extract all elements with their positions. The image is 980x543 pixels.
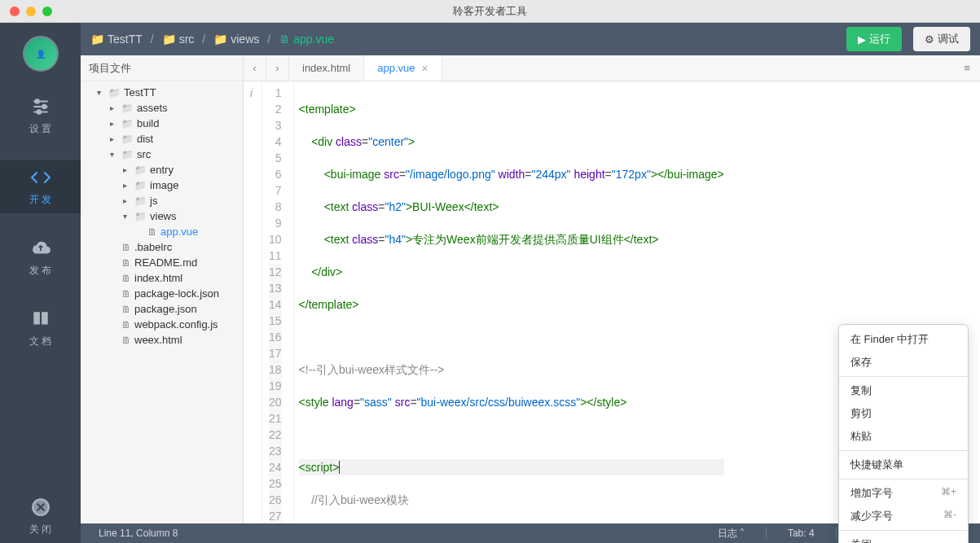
file-icon	[121, 287, 131, 300]
breadcrumb[interactable]: 🗎app.vue	[279, 33, 334, 46]
folder-icon	[108, 86, 121, 99]
separator	[839, 450, 968, 451]
tree-file[interactable]: weex.html	[81, 332, 243, 348]
chevron-icon: ▸	[110, 134, 118, 143]
chevron-icon: ▾	[123, 212, 131, 221]
debug-button[interactable]: ⚙调试	[913, 27, 970, 51]
file-icon	[121, 241, 131, 253]
cm-paste[interactable]: 粘贴	[839, 425, 968, 448]
sidebar-item-close[interactable]: 关 闭	[0, 490, 81, 543]
tree-folder[interactable]: ▸entry	[81, 162, 243, 177]
folder-icon	[134, 179, 147, 191]
gear-icon: ⚙	[925, 33, 934, 46]
context-menu: 在 Finder 中打开 保存 复制 剪切 粘贴 快捷键菜单 增加字号⌘+ 减少…	[838, 324, 969, 543]
tree-folder[interactable]: ▸assets	[81, 100, 243, 116]
tree-item-label: weex.html	[134, 334, 182, 346]
tab-app-vue[interactable]: app.vue×	[364, 55, 442, 81]
sliders-icon	[30, 96, 51, 117]
cm-close[interactable]: 关闭	[839, 533, 968, 543]
file-icon	[147, 226, 157, 238]
tree-folder[interactable]: ▾views	[81, 208, 243, 224]
chevron-icon: ▸	[123, 165, 131, 174]
file-icon	[121, 303, 131, 315]
tab-index-html[interactable]: index.html	[289, 55, 364, 81]
tab-next-button[interactable]: ›	[266, 55, 289, 81]
tree-item-label: index.html	[134, 272, 182, 284]
file-explorer: 项目文件 ▾TestTT▸assets▸build▸dist▾src▸entry…	[81, 55, 244, 523]
svg-point-1	[42, 105, 46, 108]
book-icon	[30, 309, 51, 330]
status-cursor[interactable]: Line 11, Column 8	[90, 528, 186, 539]
sidebar-item-docs[interactable]: 文 档	[0, 302, 81, 355]
code-content[interactable]: <template> <div class="center"> <bui-ima…	[294, 81, 724, 523]
tree-item-label: dist	[137, 133, 153, 145]
breadcrumb[interactable]: 📁views	[213, 33, 259, 46]
cm-open-in-finder[interactable]: 在 Finder 中打开	[839, 328, 968, 351]
tree-item-label: .babelrc	[134, 241, 172, 253]
tree-item-label: README.md	[134, 256, 197, 269]
code-icon	[30, 167, 51, 188]
chevron-icon: ▸	[123, 181, 131, 190]
tree-item-label: views	[150, 210, 177, 222]
tree-folder[interactable]: ▸js	[81, 193, 243, 208]
sidebar-item-settings[interactable]: 设 置	[0, 90, 81, 142]
cm-save[interactable]: 保存	[839, 351, 968, 374]
breadcrumb[interactable]: 📁src	[162, 33, 195, 46]
folder-icon	[121, 117, 134, 129]
file-tree[interactable]: ▾TestTT▸assets▸build▸dist▾src▸entry▸imag…	[81, 81, 243, 523]
tree-file[interactable]: .babelrc	[81, 239, 243, 255]
breadcrumb-sep: /	[267, 33, 270, 46]
cm-decrease-font[interactable]: 减少字号⌘-	[839, 505, 968, 528]
tree-folder[interactable]: ▾src	[81, 147, 243, 162]
tab-prev-button[interactable]: ‹	[244, 55, 266, 81]
window-minimize-button[interactable]	[26, 7, 36, 16]
tree-file[interactable]: package-lock.json	[81, 286, 243, 301]
tree-file[interactable]: index.html	[81, 270, 243, 286]
chevron-icon: ▾	[97, 88, 105, 97]
cm-shortcut-menu[interactable]: 快捷键菜单	[839, 453, 968, 476]
tree-file[interactable]: README.md	[81, 255, 243, 270]
tree-file[interactable]: webpack.config.js	[81, 317, 243, 332]
sidebar-item-label: 设 置	[29, 122, 51, 136]
breadcrumb[interactable]: 📁TestTT	[90, 33, 143, 46]
folder-icon	[121, 102, 134, 114]
tree-item-label: js	[150, 195, 157, 207]
tree-item-label: build	[137, 117, 159, 129]
sidebar-item-publish[interactable]: 发 布	[0, 231, 81, 284]
tab-overflow-button[interactable]: ≡	[954, 55, 980, 81]
power-icon	[30, 497, 51, 518]
tree-folder[interactable]: ▾TestTT	[81, 85, 243, 100]
file-icon	[121, 318, 131, 331]
sidebar-item-label: 文 档	[29, 335, 51, 348]
activity-bar: 👤 设 置 开 发 发 布 文 档 关 闭	[0, 23, 81, 543]
close-icon[interactable]: ×	[422, 62, 428, 75]
tree-file[interactable]: app.vue	[81, 224, 243, 239]
sidebar-item-label: 开 发	[29, 193, 51, 207]
status-tab-size[interactable]: Tab: 4	[780, 528, 823, 539]
gutter-info: i	[244, 81, 262, 523]
cm-increase-font[interactable]: 增加字号⌘+	[839, 482, 968, 505]
cm-copy[interactable]: 复制	[839, 379, 968, 402]
tree-folder[interactable]: ▸build	[81, 116, 243, 131]
folder-icon	[134, 210, 147, 222]
chevron-up-icon: ˄	[740, 528, 745, 539]
status-log[interactable]: 日志 ˄	[710, 527, 753, 541]
avatar[interactable]: 👤	[23, 36, 59, 72]
chevron-icon: ▸	[110, 103, 118, 112]
window-close-button[interactable]	[10, 7, 20, 16]
folder-icon: 📁	[213, 33, 227, 46]
window-titlebar: 聆客开发者工具	[0, 0, 980, 23]
window-zoom-button[interactable]	[42, 7, 52, 16]
sidebar-item-label: 发 布	[29, 264, 51, 278]
tree-item-label: package-lock.json	[134, 287, 219, 300]
tree-folder[interactable]: ▸image	[81, 177, 243, 193]
chevron-icon: ▸	[123, 196, 131, 205]
tree-item-label: TestTT	[124, 86, 156, 99]
folder-icon	[134, 195, 147, 207]
run-button[interactable]: ▶运行	[846, 27, 902, 51]
cm-cut[interactable]: 剪切	[839, 402, 968, 425]
tree-folder[interactable]: ▸dist	[81, 131, 243, 147]
tree-item-label: entry	[150, 164, 174, 176]
tree-file[interactable]: package.json	[81, 301, 243, 317]
sidebar-item-develop[interactable]: 开 发	[0, 160, 81, 213]
